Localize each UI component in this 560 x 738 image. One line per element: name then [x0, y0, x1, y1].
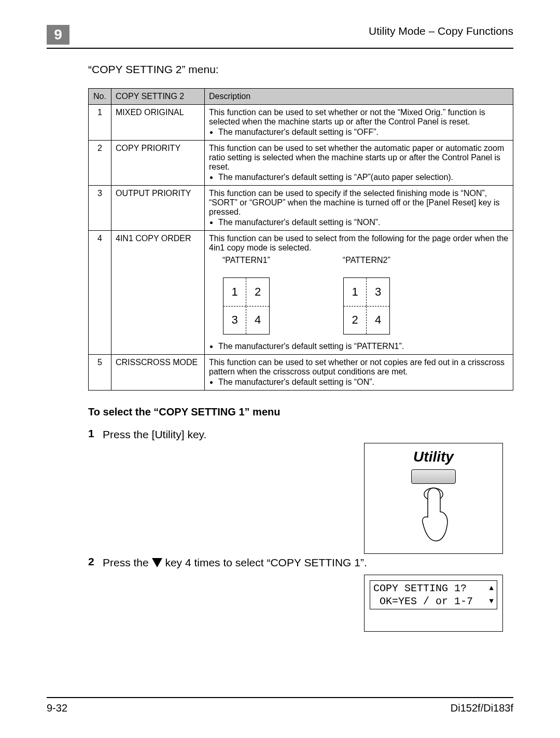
cell-name: COPY PRIORITY [111, 141, 205, 186]
pattern1-grid: 1 2 3 4 [223, 277, 270, 335]
menu-title: “COPY SETTING 2” menu: [88, 63, 513, 76]
down-arrow-icon [152, 556, 162, 570]
pattern2-grid: 1 3 2 4 [343, 277, 390, 335]
cell-name: CRISSCROSS MODE [111, 355, 205, 391]
desc-bullet: The manufacturer's default setting is “O… [218, 378, 509, 387]
desc-text: This function can be used to set whether… [209, 358, 509, 377]
chapter-number-box: 9 [47, 25, 69, 45]
cell-name: 4IN1 COPY ORDER [111, 231, 205, 355]
cell-name: MIXED ORIGINAL [111, 105, 205, 141]
cell-no: 1 [89, 105, 111, 141]
cell-no: 4 [89, 231, 111, 355]
col-header-desc: Description [205, 89, 513, 105]
step-number: 1 [88, 427, 103, 440]
cell-desc: This function can be used to set whether… [205, 105, 513, 141]
step-text: Press the key 4 times to select “COPY SE… [103, 555, 513, 570]
utility-key-illustration: Utility [364, 443, 503, 554]
step-text: Press the [Utility] key. [103, 427, 513, 441]
desc-text: This function can be used to select from… [209, 234, 509, 253]
cell-desc: This function can be used to select from… [205, 231, 513, 355]
desc-bullet: The manufacturer's default setting is “O… [218, 128, 509, 137]
header-title: Utility Mode – Copy Functions [369, 25, 513, 37]
desc-bullet: The manufacturer's default setting is “A… [218, 173, 509, 182]
pattern-cell: 3 [366, 278, 389, 306]
cell-no: 3 [89, 186, 111, 231]
procedure-heading: To select the “COPY SETTING 1” menu [88, 406, 513, 418]
lcd-display-illustration: COPY SETTING 1? ▲ OK=YES / or 1-7 ▼ [364, 575, 503, 632]
utility-key-button [411, 469, 456, 484]
col-header-no: No. [89, 89, 111, 105]
cell-no: 2 [89, 141, 111, 186]
footer-model: Di152f/Di183f [451, 702, 513, 714]
pattern-cell: 1 [223, 278, 246, 306]
step-number: 2 [88, 555, 103, 568]
cell-no: 5 [89, 355, 111, 391]
lcd-line-2: OK=YES / or 1-7 [373, 595, 473, 608]
cell-desc: This function can be used to set whether… [205, 141, 513, 186]
step-text-b: key 4 times to select “COPY SETTING 1”. [165, 556, 367, 568]
pattern1-column: “PATTERN1” 1 2 3 4 [222, 256, 270, 335]
lcd-up-arrow-icon: ▲ [489, 584, 494, 593]
page-footer: 9-32 Di152f/Di183f [47, 697, 513, 714]
page-header: 9 Utility Mode – Copy Functions [47, 25, 513, 49]
desc-bullet: The manufacturer's default setting is “N… [218, 218, 509, 227]
desc-text: This function can be used to set whether… [209, 144, 509, 172]
table-row: 4 4IN1 COPY ORDER This function can be u… [89, 231, 513, 355]
step-2: 2 Press the key 4 times to select “COPY … [88, 555, 513, 570]
col-header-name: COPY SETTING 2 [111, 89, 205, 105]
finger-press-icon [410, 486, 457, 543]
pattern2-label: “PATTERN2” [343, 256, 390, 265]
copy-setting-2-table: No. COPY SETTING 2 Description 1 MIXED O… [88, 88, 513, 391]
step-text-a: Press the [103, 556, 152, 568]
lcd-inner: COPY SETTING 1? ▲ OK=YES / or 1-7 ▼ [370, 580, 497, 609]
table-row: 1 MIXED ORIGINAL This function can be us… [89, 105, 513, 141]
pattern-cell: 3 [223, 307, 246, 335]
desc-bullet: The manufacturer's default setting is “P… [218, 342, 509, 351]
cell-desc: This function can be used to set whether… [205, 355, 513, 391]
pattern-cell: 4 [246, 307, 269, 335]
table-row: 5 CRISSCROSS MODE This function can be u… [89, 355, 513, 391]
pattern2-column: “PATTERN2” 1 3 2 4 [343, 256, 390, 335]
table-row: 2 COPY PRIORITY This function can be use… [89, 141, 513, 186]
cell-name: OUTPUT PRIORITY [111, 186, 205, 231]
pattern-cell: 2 [246, 278, 269, 306]
footer-page-number: 9-32 [47, 702, 67, 714]
desc-text: This function can be used to set whether… [209, 108, 509, 127]
lcd-down-arrow-icon: ▼ [489, 597, 494, 606]
svg-marker-0 [152, 558, 162, 567]
pattern-cell: 1 [344, 278, 367, 306]
lcd-line-1: COPY SETTING 1? [373, 582, 467, 595]
pattern-cell: 4 [366, 307, 389, 335]
cell-desc: This function can be used to specify if … [205, 186, 513, 231]
pattern1-label: “PATTERN1” [222, 256, 270, 265]
table-row: 3 OUTPUT PRIORITY This function can be u… [89, 186, 513, 231]
step-1: 1 Press the [Utility] key. [88, 427, 513, 441]
utility-label: Utility [413, 449, 454, 465]
desc-text: This function can be used to specify if … [209, 189, 509, 217]
pattern-cell: 2 [344, 307, 367, 335]
